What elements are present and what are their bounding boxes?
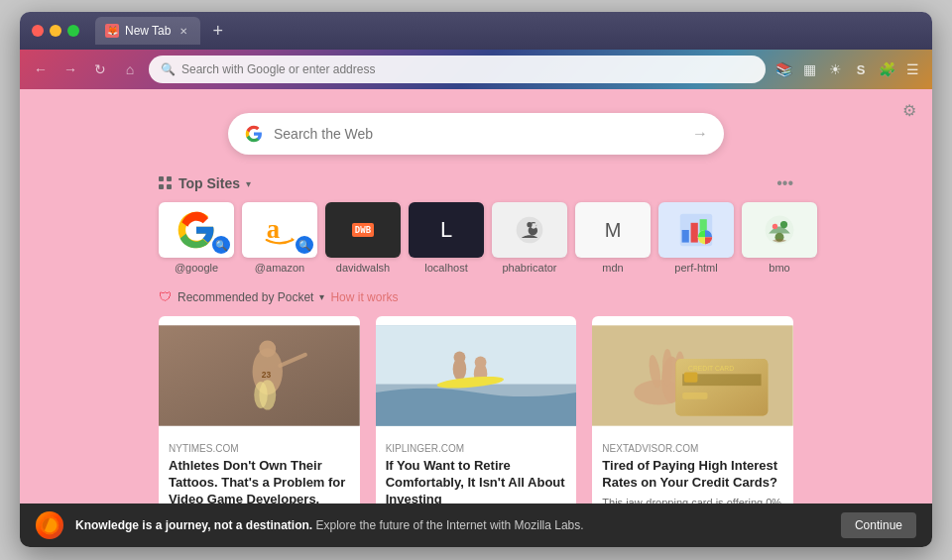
reload-button[interactable]: ↻ — [89, 58, 111, 80]
traffic-lights — [32, 25, 79, 37]
site-thumb-perf-html — [658, 202, 734, 258]
address-input[interactable] — [181, 62, 754, 76]
top-sites-title-area: Top Sites ▾ — [159, 175, 251, 191]
pocket-chevron-icon[interactable]: ▾ — [319, 291, 324, 302]
sidebar-icon[interactable]: ▦ — [799, 59, 819, 79]
svg-rect-3 — [682, 230, 689, 243]
maximize-button[interactable] — [67, 25, 79, 37]
search-submit-icon[interactable]: → — [692, 125, 708, 143]
top-sites-chevron-icon[interactable]: ▾ — [246, 178, 251, 189]
library-icon[interactable]: 📚 — [774, 59, 793, 79]
site-thumb-mdn: M — [575, 202, 651, 258]
svg-point-25 — [474, 357, 486, 369]
svg-rect-39 — [684, 373, 698, 383]
address-bar[interactable]: 🔍 — [149, 56, 766, 83]
google-search-box[interactable]: → — [228, 113, 724, 155]
pocket-header: 🛡 Recommended by Pocket ▾ How it works — [159, 289, 793, 304]
site-label-mdn: mdn — [602, 262, 623, 274]
title-bar: 🦊 New Tab ✕ + — [20, 12, 932, 50]
top-sites-more-button[interactable]: ••• — [776, 174, 793, 192]
article-source-0: NYTIMES.COM — [169, 443, 350, 454]
site-thumb-amazon: a 🔍 — [242, 202, 317, 258]
page-content: ⚙ → — [20, 89, 932, 547]
firefox-logo — [36, 511, 63, 539]
site-label-google: @google — [175, 262, 218, 274]
article-title-0: Athletes Don't Own Their Tattoos. That's… — [169, 458, 350, 508]
pocket-icon: 🛡 — [159, 289, 172, 304]
toolbar-icons: 📚 ▦ ☀ S 🧩 ☰ — [774, 59, 922, 79]
site-label-davidwalsh: davidwalsh — [336, 262, 390, 274]
top-sites-header: Top Sites ▾ ••• — [159, 174, 793, 192]
site-item-google[interactable]: 🔍 @google — [159, 202, 234, 274]
site-label-bmo: bmo — [769, 262, 789, 274]
bottom-rest-text: Explore the future of the Internet with … — [312, 518, 583, 532]
tab-title: New Tab — [125, 24, 171, 38]
search-section: → — [20, 89, 932, 174]
site-label-phabricator: phabricator — [502, 262, 556, 274]
svg-rect-4 — [691, 223, 698, 243]
site-item-amazon[interactable]: a 🔍 @amazon — [242, 202, 317, 274]
site-thumb-bmo — [742, 202, 817, 258]
bottom-notification-text: Knowledge is a journey, not a destinatio… — [75, 518, 829, 532]
svg-rect-37 — [683, 392, 708, 399]
site-item-phabricator[interactable]: phabricator — [492, 202, 567, 274]
sites-grid: 🔍 @google a 🔍 — [159, 202, 793, 274]
svg-point-23 — [453, 352, 465, 364]
site-thumb-davidwalsh: DWB — [325, 202, 401, 258]
top-sites-label: Top Sites — [178, 175, 240, 191]
site-item-mdn[interactable]: M mdn — [575, 202, 651, 274]
svg-point-9 — [780, 221, 787, 228]
article-title-1: If You Want to Retire Comfortably, It Is… — [386, 458, 567, 508]
svg-text:23: 23 — [262, 370, 272, 380]
svg-point-31 — [662, 349, 672, 386]
back-button[interactable]: ← — [30, 58, 52, 80]
site-label-amazon: @amazon — [255, 262, 304, 274]
article-image-0: 23 — [159, 316, 360, 435]
brave-icon[interactable]: S — [851, 59, 871, 79]
article-image-2: CREDIT CARD — [592, 316, 793, 435]
article-source-1: KIPLINGER.COM — [386, 443, 567, 454]
extensions-icon[interactable]: 🧩 — [877, 59, 896, 79]
site-item-bmo[interactable]: bmo — [742, 202, 817, 274]
site-thumb-localhost: L — [409, 202, 484, 258]
bottom-bold-text: Knowledge is a journey, not a destinatio… — [75, 518, 312, 532]
google-logo — [244, 124, 264, 144]
sync-icon[interactable]: ☀ — [825, 59, 845, 79]
svg-point-14 — [259, 341, 276, 358]
toolbar: ← → ↻ ⌂ 🔍 📚 ▦ ☀ S 🧩 ☰ — [20, 50, 932, 89]
site-item-perf-html[interactable]: perf-html — [658, 202, 734, 274]
search-icon: 🔍 — [161, 62, 176, 76]
tab-favicon: 🦊 — [105, 24, 119, 38]
forward-button[interactable]: → — [60, 58, 81, 80]
minimize-button[interactable] — [50, 25, 61, 37]
article-title-2: Tired of Paying High Interest Rates on Y… — [602, 458, 783, 492]
tab-close-button[interactable]: ✕ — [177, 24, 190, 38]
new-tab-button[interactable]: + — [208, 21, 227, 42]
site-item-davidwalsh[interactable]: DWB davidwalsh — [325, 202, 401, 274]
site-label-localhost: localhost — [424, 262, 467, 274]
google-search-input[interactable] — [274, 126, 682, 142]
site-thumb-google: 🔍 — [159, 202, 234, 258]
how-it-works-link[interactable]: How it works — [330, 290, 398, 304]
svg-point-8 — [773, 224, 777, 229]
settings-icon[interactable]: ⚙ — [902, 101, 916, 120]
bottom-notification-bar: Knowledge is a journey, not a destinatio… — [20, 504, 932, 547]
svg-point-17 — [254, 382, 268, 408]
home-button[interactable]: ⌂ — [119, 58, 141, 80]
svg-text:CREDIT CARD: CREDIT CARD — [688, 365, 734, 372]
article-source-2: NEXTADVISOR.COM — [602, 443, 783, 454]
top-sites-section: Top Sites ▾ ••• — [20, 174, 932, 274]
menu-icon[interactable]: ☰ — [902, 59, 922, 79]
top-sites-grid-icon — [159, 176, 173, 190]
browser-window: 🦊 New Tab ✕ + ← → ↻ ⌂ 🔍 📚 ▦ ☀ S 🧩 ☰ ⚙ — [20, 12, 932, 547]
active-tab[interactable]: 🦊 New Tab ✕ — [95, 17, 200, 45]
continue-button[interactable]: Continue — [841, 512, 916, 538]
site-thumb-phabricator — [492, 202, 567, 258]
pocket-label: Recommended by Pocket — [178, 290, 313, 304]
site-item-localhost[interactable]: L localhost — [409, 202, 484, 274]
close-button[interactable] — [32, 25, 44, 37]
article-image-1 — [376, 316, 577, 435]
site-label-perf-html: perf-html — [674, 262, 717, 274]
